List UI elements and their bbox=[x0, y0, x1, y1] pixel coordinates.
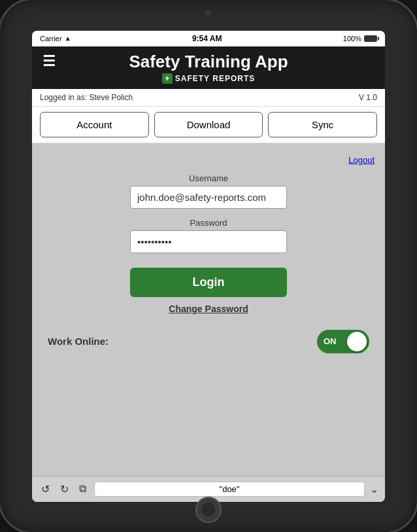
logged-in-user: Steve Polich bbox=[89, 93, 133, 102]
tab-sync[interactable]: Sync bbox=[268, 112, 377, 137]
tablet-device: Carrier ▲ 9:54 AM 100% ☰ Safety Training… bbox=[0, 0, 417, 532]
change-password-link[interactable]: Change Password bbox=[169, 304, 248, 314]
camera-icon bbox=[206, 10, 211, 16]
password-label: Password bbox=[130, 218, 287, 228]
keyboard-hide-button[interactable]: ⌄ bbox=[370, 483, 378, 495]
carrier-label: Carrier bbox=[40, 35, 62, 43]
username-input[interactable] bbox=[130, 186, 287, 209]
work-online-label: Work Online: bbox=[48, 336, 108, 347]
home-button-inner bbox=[201, 502, 216, 518]
copy-button[interactable]: ⧉ bbox=[76, 482, 89, 496]
toggle-container: ON bbox=[317, 330, 369, 353]
safety-reports-badge: + SAFETY REPORTS bbox=[162, 73, 255, 84]
app-header: ☰ Safety Training App + SAFETY REPORTS bbox=[32, 46, 385, 89]
status-bar: Carrier ▲ 9:54 AM 100% bbox=[32, 31, 385, 46]
battery-percent: 100% bbox=[343, 35, 361, 43]
tablet-screen: Carrier ▲ 9:54 AM 100% ☰ Safety Training… bbox=[32, 31, 385, 502]
password-group: Password bbox=[130, 218, 287, 253]
status-right: 100% bbox=[343, 35, 377, 43]
redo-button[interactable]: ↻ bbox=[58, 482, 71, 497]
logout-link[interactable]: Logout bbox=[348, 155, 375, 165]
work-online-section: Work Online: ON bbox=[42, 330, 375, 353]
content-area: Logout Username Password Login Change Pa… bbox=[32, 143, 385, 476]
tab-bar: Account Download Sync bbox=[32, 107, 385, 143]
wifi-icon: ▲ bbox=[65, 35, 71, 42]
status-left: Carrier ▲ bbox=[40, 35, 71, 43]
password-input[interactable] bbox=[130, 230, 287, 253]
username-label: Username bbox=[130, 173, 287, 183]
toggle-on-label: ON bbox=[324, 336, 337, 346]
logged-in-prefix: Logged in as: bbox=[40, 93, 87, 102]
logout-section: Logout bbox=[42, 154, 375, 166]
tab-download[interactable]: Download bbox=[154, 112, 263, 137]
work-online-toggle[interactable]: ON bbox=[317, 330, 369, 353]
home-button[interactable] bbox=[195, 497, 222, 523]
hamburger-menu-button[interactable]: ☰ bbox=[42, 54, 56, 69]
autocomplete-suggestion[interactable]: "doe" bbox=[94, 482, 365, 497]
logged-in-label: Logged in as: Steve Polich bbox=[40, 93, 133, 102]
safety-reports-label: SAFETY REPORTS bbox=[175, 74, 255, 83]
undo-button[interactable]: ↺ bbox=[39, 482, 52, 497]
plus-icon: + bbox=[162, 73, 173, 84]
login-button[interactable]: Login bbox=[130, 268, 287, 297]
tab-account[interactable]: Account bbox=[40, 112, 149, 137]
app-title: Safety Training App bbox=[42, 52, 375, 72]
username-group: Username bbox=[130, 173, 287, 209]
toggle-knob bbox=[347, 332, 367, 351]
version-label: V 1.0 bbox=[359, 93, 377, 102]
battery-icon bbox=[364, 35, 377, 42]
login-form: Username Password Login Change Password bbox=[42, 173, 375, 314]
header-top: ☰ Safety Training App bbox=[42, 52, 375, 72]
time-display: 9:54 AM bbox=[192, 34, 222, 43]
battery-fill bbox=[365, 36, 376, 41]
top-bar: Logged in as: Steve Polich V 1.0 bbox=[32, 89, 385, 107]
